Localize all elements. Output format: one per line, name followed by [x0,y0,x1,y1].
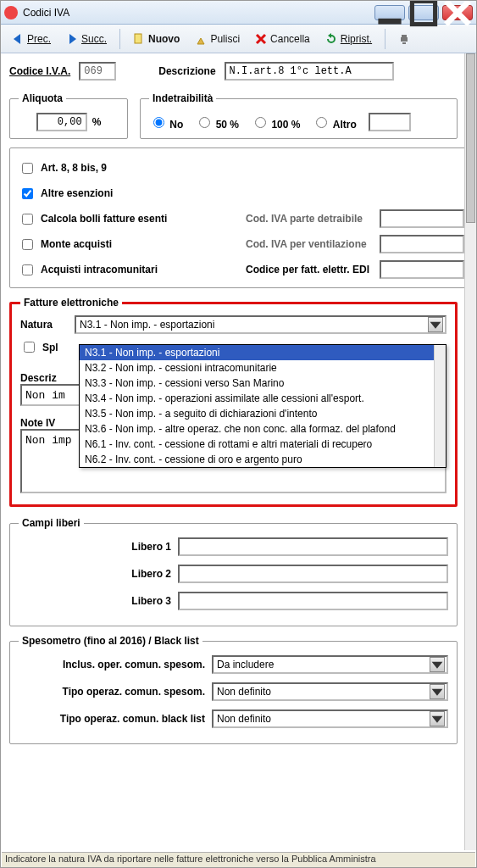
print-button[interactable] [392,30,416,48]
tipo-spesom-label: Tipo operaz. comun. spesom. [19,686,205,698]
fatture-elettroniche-group: Fatture elettroniche Natura N3.1 - Non i… [9,297,458,507]
natura-combo[interactable]: N3.1 - Non imp. - esportazioni [75,315,446,334]
tipo-spesom-value: Non definito [217,686,271,698]
prev-button[interactable]: Prec. [6,30,57,48]
libero3-field[interactable] [178,592,448,610]
codice-iva-field[interactable] [79,62,116,81]
clean-label: Pulisci [210,33,240,45]
toolbar: Prec. Succ. Nuovo Pulisci Cancella Ripri… [1,25,476,53]
spesometro-legend: Spesometro (fino al 2016) / Black list [19,635,202,647]
inclus-combo-value: Da includere [217,659,274,670]
new-label: Nuovo [148,33,180,45]
descrizione-field[interactable] [225,62,394,81]
tipo-black-combo[interactable]: Non definito [212,709,448,728]
indet-radio-altro[interactable]: Altro [312,114,356,131]
natura-option-7[interactable]: N6.2 - Inv. cont. - cessione di oro e ar… [80,452,446,467]
aliquota-field[interactable] [36,113,87,131]
check-altre-esenzioni[interactable]: Altre esenzioni [19,182,239,204]
natura-option-4[interactable]: N3.5 - Non imp. - a seguito di dichiaraz… [80,406,446,421]
broom-icon [195,33,207,45]
tipo-spesom-combo-button[interactable] [430,684,445,699]
next-button[interactable]: Succ. [60,30,113,48]
minimize-icon [375,0,404,27]
indet-altro-field[interactable] [369,113,411,131]
cod-detraibile-field[interactable] [380,209,464,228]
natura-option-3[interactable]: N3.4 - Non imp. - operazioni assimilate … [80,391,446,406]
codice-edi-label: Codice per fatt. elettr. EDI [246,264,373,275]
delete-button[interactable]: Cancella [249,30,316,48]
check-intra[interactable]: Acquisti intracomunitari [19,259,239,281]
aliquota-group: Aliquota % [9,92,128,139]
scrollbar-thumb[interactable] [466,53,475,223]
natura-option-0[interactable]: N3.1 - Non imp. - esportazioni [80,345,446,360]
window-title: Codici IVA [23,7,371,19]
maximize-button[interactable] [408,5,439,20]
check-monte[interactable]: Monte acquisti [19,233,239,255]
app-icon [4,6,18,19]
natura-option-5[interactable]: N3.6 - Non imp. - altre operaz. che non … [80,421,446,437]
print-icon [398,33,410,45]
codice-edi-field[interactable] [380,260,464,279]
aliquota-legend: Aliquota [19,92,66,104]
cod-ventilazione-label: Cod. IVA per ventilazione [246,238,373,250]
svg-marker-8 [432,662,443,669]
svg-marker-5 [69,34,76,44]
close-icon [443,0,472,27]
indet-radio-100[interactable]: 100 % [251,114,300,131]
libero3-label: Libero 3 [19,595,171,607]
minimize-button[interactable] [374,5,405,20]
statusbar: Indicatore la natura IVA da riportare ne… [2,852,475,867]
chevron-down-icon [430,685,444,698]
tipo-black-label: Tipo operaz. comun. black list [19,713,205,725]
inclus-combo[interactable]: Da includere [212,655,448,674]
campi-liberi-group: Campi liberi Libero 1 Libero 2 Libero 3 [9,517,458,626]
check-bolli[interactable]: Calcola bolli fatture esenti [19,208,239,230]
natura-combo-value: N3.1 - Non imp. - esportazioni [80,319,214,331]
new-button[interactable]: Nuovo [127,30,186,48]
inclus-combo-button[interactable] [430,657,445,672]
delete-label: Cancella [270,33,310,45]
chevron-down-icon [430,712,444,726]
dropdown-scrollbar[interactable] [434,345,446,467]
cod-detraibile-label: Cod. IVA parte detraibile [246,213,373,225]
spl-check[interactable] [24,342,35,353]
vertical-scrollbar[interactable] [464,53,476,850]
indet-radio-50[interactable]: 50 % [195,114,239,131]
indetraibilita-group: Indetraibilità No 50 % 100 % Altro [140,92,458,139]
client-area: Codice I.V.A. Descrizione Aliquota % Ind… [1,53,464,850]
svg-rect-6 [135,34,141,43]
spesometro-group: Spesometro (fino al 2016) / Black list I… [9,635,458,744]
svg-marker-7 [430,322,441,329]
close-button[interactable] [442,5,473,20]
svg-rect-1 [412,1,435,24]
descrizione-label: Descrizione [158,65,215,77]
restore-button[interactable]: Riprist. [319,30,378,48]
inclus-label: Inclus. oper. comun. spesom. [19,659,205,670]
arrow-left-icon [12,33,24,45]
tipo-black-combo-button[interactable] [430,711,445,726]
checks-group: Art. 8, 8 bis, 9 Altre esenzioni Calcola… [9,147,464,288]
indet-legend: Indetraibilità [149,92,216,104]
check-art8[interactable]: Art. 8, 8 bis, 9 [19,157,239,179]
descriz-label: Descriz [20,372,68,384]
tipo-spesom-combo[interactable]: Non definito [212,682,448,701]
tipo-black-value: Non definito [217,713,271,725]
indet-radio-no[interactable]: No [149,114,183,131]
chevron-down-icon [430,658,444,671]
clean-button[interactable]: Pulisci [189,30,246,48]
natura-option-6[interactable]: N6.1 - Inv. cont. - cessione di rottami … [80,437,446,452]
toolbar-separator-2 [385,29,385,49]
libero1-label: Libero 1 [19,541,171,553]
libero1-field[interactable] [178,537,448,556]
new-doc-icon [133,33,145,45]
natura-option-1[interactable]: N3.2 - Non imp. - cessioni intracomunita… [80,360,446,376]
libero2-field[interactable] [178,565,448,583]
titlebar: Codici IVA [1,1,476,25]
natura-label: Natura [20,319,68,331]
natura-option-2[interactable]: N3.3 - Non imp. - cessioni verso San Mar… [80,376,446,391]
natura-dropdown-list[interactable]: N3.1 - Non imp. - esportazioni N3.2 - No… [79,344,446,468]
natura-combo-button[interactable] [428,317,443,332]
restore-label: Riprist. [341,33,372,45]
cod-ventilazione-field[interactable] [380,235,464,253]
refresh-icon [325,33,337,45]
